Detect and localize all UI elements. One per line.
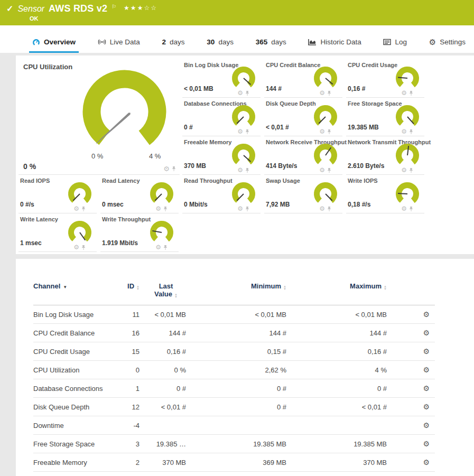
table-row[interactable]: Free Storage Space 3 19.385 … 19.385 MB … [33, 435, 435, 453]
status-check-icon: ✓ [6, 4, 13, 14]
channel-settings-icon[interactable]: ⚙ [423, 310, 430, 319]
pin-icon[interactable] [171, 166, 176, 172]
tab-30-days[interactable]: 30 days [203, 38, 237, 53]
gear-icon[interactable]: ⚙ [401, 167, 407, 173]
pin-icon[interactable] [163, 206, 168, 212]
table-row[interactable]: Disk Queue Depth 12 < 0,01 # 0 # < 0,01 … [33, 398, 435, 416]
tab-settings[interactable]: ⚙ Settings [426, 38, 469, 53]
gear-icon[interactable]: ⚙ [237, 167, 243, 173]
gauge-tile-write-latency[interactable]: Write Latency 1 msec ⚙ [18, 213, 97, 252]
gauge-value: 0 # [184, 124, 193, 131]
gauge-tile-cpu-utilization[interactable]: CPU Utilization 0 % 4 % 0 % ⚙ [18, 58, 180, 175]
channel-settings-icon[interactable]: ⚙ [423, 347, 430, 356]
channel-settings-icon[interactable]: ⚙ [423, 403, 430, 411]
pin-icon[interactable] [245, 206, 250, 212]
pin-icon[interactable] [81, 245, 86, 250]
gear-icon[interactable]: ⚙ [155, 244, 161, 250]
table-row[interactable]: Database Connections 1 0 # 0 # 0 # ⚙ [33, 379, 435, 398]
column-header-last-value[interactable]: Last Value▲▼ [143, 275, 189, 305]
channel-settings-icon[interactable]: ⚙ [423, 440, 430, 448]
channel-settings-icon[interactable]: ⚙ [423, 329, 430, 337]
gear-icon[interactable]: ⚙ [401, 90, 407, 96]
table-row[interactable]: Network Receive Throu… 13 414 Byte… 404 … [33, 472, 435, 476]
gauge-min-label: 0 % [91, 152, 103, 160]
column-header-minimum[interactable]: Minimum▲▼ [189, 275, 290, 305]
sort-icon: ▲▼ [384, 285, 387, 291]
tab-label: Settings [440, 38, 466, 46]
gauge-tile-database-connections[interactable]: Database Connections 0 # ⚙ [182, 98, 261, 136]
gear-icon[interactable]: ⚙ [73, 244, 79, 250]
pin-icon[interactable] [245, 129, 250, 135]
column-header-maximum[interactable]: Maximum▲▼ [290, 275, 390, 305]
pin-icon[interactable] [327, 90, 332, 96]
channel-name: Downtime [33, 416, 122, 435]
table-row[interactable]: CPU Utilization 0 0 % 2,62 % 4 % ⚙ [33, 361, 435, 379]
last-value: < 0,01 # [143, 398, 189, 416]
gear-icon[interactable]: ⚙ [163, 165, 170, 172]
gauge-tile-network-transmit-throughput[interactable]: Network Transmit Throughput 2.610 Byte/s… [346, 136, 424, 175]
minimum-value [189, 416, 290, 435]
pin-icon[interactable] [408, 90, 414, 96]
table-row[interactable]: CPU Credit Usage 15 0,16 # 0,15 # 0,16 #… [33, 342, 435, 361]
tab-historic-data[interactable]: Historic Data [305, 38, 364, 53]
table-row[interactable]: Downtime -4 ⚙ [33, 416, 435, 435]
gauge-tile-swap-usage[interactable]: Swap Usage 7,92 MB ⚙ [264, 175, 342, 213]
gauge [231, 66, 256, 91]
column-header-channel[interactable]: Channel▼ [33, 275, 122, 305]
flag-icon[interactable]: ⚐ [111, 4, 116, 10]
channel-settings-icon[interactable]: ⚙ [423, 384, 430, 393]
gear-icon[interactable]: ⚙ [237, 206, 243, 212]
gear-icon[interactable]: ⚙ [401, 206, 407, 212]
pin-icon[interactable] [408, 129, 414, 135]
gauge-tile-freeable-memory[interactable]: Freeable Memory 370 MB ⚙ [182, 136, 261, 175]
pin-icon[interactable] [408, 167, 414, 173]
gauge-arc [395, 66, 420, 91]
pin-icon[interactable] [327, 129, 332, 135]
gear-icon[interactable]: ⚙ [237, 90, 243, 96]
tab-overview[interactable]: Overview [29, 38, 79, 53]
pin-icon[interactable] [327, 206, 332, 212]
tab-2-days[interactable]: 2 days [159, 38, 188, 53]
gear-icon[interactable]: ⚙ [319, 206, 325, 212]
gear-icon[interactable]: ⚙ [319, 167, 325, 173]
pin-icon[interactable] [81, 206, 86, 212]
last-value: < 0,01 MB [143, 305, 189, 324]
gear-icon[interactable]: ⚙ [73, 206, 79, 212]
table-row[interactable]: CPU Credit Balance 16 144 # 144 # 144 # … [33, 324, 435, 342]
channel-settings-icon[interactable]: ⚙ [423, 366, 430, 374]
gauge-tile-read-iops[interactable]: Read IOPS 0 #/s ⚙ [18, 175, 97, 213]
tab-365-days[interactable]: 365 days [253, 38, 290, 53]
maximum-value: 370 MB [290, 453, 390, 472]
pin-icon[interactable] [245, 167, 250, 173]
gauge-tile-bin-log-disk-usage[interactable]: Bin Log Disk Usage < 0,01 MB ⚙ [182, 59, 261, 98]
column-header-id[interactable]: ID▲▼ [122, 275, 143, 305]
gear-icon[interactable]: ⚙ [401, 128, 407, 135]
channel-settings-icon[interactable]: ⚙ [423, 421, 430, 430]
gauge-tile-read-latency[interactable]: Read Latency 0 msec ⚙ [100, 175, 179, 213]
gear-icon[interactable]: ⚙ [319, 128, 325, 135]
gear-icon[interactable]: ⚙ [237, 128, 243, 135]
gauge-tile-cpu-credit-balance[interactable]: CPU Credit Balance 144 # ⚙ [264, 59, 342, 98]
tab-log[interactable]: Log [380, 38, 410, 53]
table-row[interactable]: Bin Log Disk Usage 11 < 0,01 MB < 0,01 M… [33, 305, 435, 324]
gear-icon[interactable]: ⚙ [319, 90, 325, 96]
gauge-tile-read-throughput[interactable]: Read Throughput 0 Mbit/s ⚙ [182, 175, 261, 213]
gear-icon[interactable]: ⚙ [155, 206, 161, 212]
table-row[interactable]: Freeable Memory 2 370 MB 369 MB 370 MB ⚙ [33, 453, 435, 472]
gauge-title: CPU Credit Usage [348, 62, 397, 68]
gauge-tile-disk-queue-depth[interactable]: Disk Queue Depth < 0,01 # ⚙ [264, 98, 342, 136]
gauge-tile-free-storage-space[interactable]: Free Storage Space 19.385 MB ⚙ [346, 98, 424, 136]
gauge-value: 370 MB [184, 162, 206, 170]
pin-icon[interactable] [163, 245, 168, 250]
gauge [395, 104, 420, 129]
gauge-tile-network-receive-throughput[interactable]: Network Receive Throughput 414 Byte/s ⚙ [264, 136, 342, 175]
pin-icon[interactable] [408, 206, 414, 212]
pin-icon[interactable] [327, 167, 332, 173]
gauge-tile-write-iops[interactable]: Write IOPS 0,18 #/s ⚙ [346, 175, 424, 213]
tab-live-data[interactable]: Live Data [95, 38, 143, 53]
channel-settings-icon[interactable]: ⚙ [423, 458, 430, 466]
gauge-tile-cpu-credit-usage[interactable]: CPU Credit Usage 0,16 # ⚙ [346, 59, 424, 98]
pin-icon[interactable] [245, 90, 250, 96]
gauge-tile-write-throughput[interactable]: Write Throughput 1.919 Mbit/s ⚙ [100, 213, 179, 252]
priority-stars[interactable]: ★★★☆☆ [124, 4, 157, 12]
